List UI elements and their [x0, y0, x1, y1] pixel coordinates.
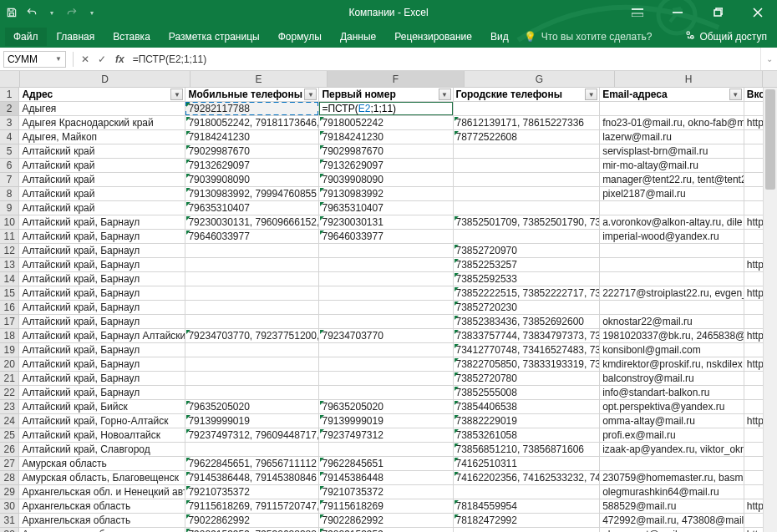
filter-button[interactable]: ▼: [170, 89, 183, 100]
cell[interactable]: [319, 258, 453, 272]
cell[interactable]: [600, 272, 744, 286]
row-header[interactable]: 2: [0, 102, 19, 116]
cell[interactable]: 73852501709, 73852501790, 7385: [454, 215, 601, 230]
row-header[interactable]: 20: [0, 357, 19, 372]
filter-button[interactable]: ▼: [439, 89, 451, 100]
cell[interactable]: profi.ex@mail.ru: [600, 428, 744, 443]
cell[interactable]: opt.perspektiva@yandex.ru: [600, 400, 744, 414]
cell[interactable]: Амурская область, Благовещенск: [19, 471, 185, 485]
cell[interactable]: imperial-wood@yandex.ru: [600, 230, 744, 244]
cell[interactable]: 79039908090: [185, 173, 319, 187]
fx-icon[interactable]: fx: [110, 53, 130, 65]
cell[interactable]: Алтайский край, Барнаул: [19, 272, 185, 286]
row-header[interactable]: 23: [0, 400, 19, 414]
cell[interactable]: [454, 230, 601, 244]
row-header[interactable]: 21: [0, 372, 19, 386]
cell[interactable]: 79009153959: [319, 528, 453, 532]
cell[interactable]: kmdirektor@proskif.ru, nskdilex: [600, 357, 744, 372]
row-header[interactable]: 1: [0, 88, 19, 102]
cell[interactable]: Архангельская область: [19, 528, 185, 532]
cell[interactable]: fno23-01@mail.ru, okno-fab@m: [600, 116, 744, 130]
cell[interactable]: Адыгея, Майкоп: [19, 130, 185, 144]
cell[interactable]: [319, 443, 453, 457]
row-header[interactable]: 19: [0, 343, 19, 357]
row-header[interactable]: 31: [0, 514, 19, 528]
cell[interactable]: [185, 272, 319, 286]
save-icon[interactable]: [5, 6, 18, 19]
tell-me[interactable]: 💡 Что вы хотите сделать?: [519, 28, 658, 46]
row-header[interactable]: 27: [0, 457, 19, 471]
cell[interactable]: [319, 301, 453, 315]
cell[interactable]: Алтайский край, Бийск: [19, 400, 185, 414]
cell[interactable]: 79210735372: [185, 485, 319, 499]
cell[interactable]: [319, 343, 453, 357]
cell[interactable]: [185, 315, 319, 329]
cell[interactable]: Адрес▼: [19, 88, 185, 102]
cell[interactable]: [185, 372, 319, 386]
undo-dropdown-icon[interactable]: ▾: [45, 6, 58, 19]
cell[interactable]: 79635310407: [185, 201, 319, 215]
cell[interactable]: Алтайский край: [19, 187, 185, 201]
cell[interactable]: 79646033977: [319, 230, 453, 244]
cell[interactable]: Алтайский край: [19, 173, 185, 187]
cell[interactable]: 78184559954: [454, 499, 601, 514]
cell[interactable]: 79635310407: [319, 201, 453, 215]
cell[interactable]: [454, 102, 601, 116]
cell[interactable]: 79029987670: [185, 144, 319, 159]
cell[interactable]: 79029987670: [319, 144, 453, 159]
cell[interactable]: 79115618269, 79115720747, 7911: [185, 499, 319, 514]
cell[interactable]: Алтайский край: [19, 159, 185, 173]
row-header[interactable]: 13: [0, 258, 19, 272]
cell[interactable]: 73852720780: [454, 372, 601, 386]
row-header[interactable]: 18: [0, 329, 19, 343]
cell[interactable]: Алтайский край, Барнаул: [19, 215, 185, 230]
formula-input[interactable]: [130, 51, 760, 68]
cell[interactable]: [319, 357, 453, 372]
accept-formula-button[interactable]: ✓: [94, 53, 110, 65]
cell[interactable]: Алтайский край, Славгород: [19, 443, 185, 457]
cell[interactable]: mir-mo-altay@mail.ru: [600, 159, 744, 173]
cell[interactable]: Алтайский край, Барнаул: [19, 230, 185, 244]
cell[interactable]: info@standart-balkon.ru: [600, 386, 744, 400]
cell[interactable]: 73882229019: [454, 414, 601, 428]
cell[interactable]: 73852592533: [454, 272, 601, 286]
cell[interactable]: Архангельская область: [19, 499, 185, 514]
row-header[interactable]: 3: [0, 116, 19, 130]
cell[interactable]: [600, 457, 744, 471]
cell[interactable]: 73854406538: [454, 400, 601, 414]
cell[interactable]: 73852720970: [454, 244, 601, 258]
name-box-dropdown-icon[interactable]: ▼: [55, 55, 62, 63]
cell[interactable]: manager@tent22.ru, tent@tent22.ru: [600, 173, 744, 187]
col-header-e[interactable]: E: [190, 71, 328, 87]
tab-home[interactable]: Главная: [48, 28, 104, 46]
cell[interactable]: 79237497312, 79609448717, 7983: [185, 428, 319, 443]
cell[interactable]: [454, 187, 601, 201]
cell[interactable]: 73833757744, 73834797373, 7383: [454, 329, 601, 343]
row-header[interactable]: 22: [0, 386, 19, 400]
tab-formulas[interactable]: Формулы: [270, 28, 330, 46]
name-box[interactable]: СУММ ▼: [3, 51, 66, 68]
cell[interactable]: [319, 272, 453, 286]
cell[interactable]: 73853261058: [454, 428, 601, 443]
cell[interactable]: 79646033977: [185, 230, 319, 244]
cell[interactable]: 588529@mail.ru: [600, 499, 744, 514]
row-header[interactable]: 4: [0, 130, 19, 144]
cell[interactable]: 222717@stroiplast22.ru, evgen_: [600, 286, 744, 301]
cell[interactable]: 230759@homemaster.ru, basmanov@h: [600, 471, 744, 485]
cell[interactable]: 79635205020: [185, 400, 319, 414]
cell[interactable]: Email-адреса▼: [600, 88, 744, 102]
filter-button[interactable]: ▼: [304, 89, 317, 100]
col-header-h[interactable]: H: [615, 71, 763, 87]
ribbon-options-icon[interactable]: [618, 0, 657, 25]
cell[interactable]: 73822705850, 73833193319, 7383: [454, 357, 601, 372]
cell[interactable]: [185, 343, 319, 357]
cell[interactable]: [454, 485, 601, 499]
cancel-formula-button[interactable]: ✕: [77, 53, 94, 65]
cell[interactable]: 79139999019: [185, 414, 319, 428]
cell[interactable]: [185, 258, 319, 272]
cell[interactable]: 79184241230: [185, 130, 319, 144]
cell[interactable]: 1981020337@bk.ru, 2465838@m: [600, 329, 744, 343]
cell[interactable]: 79230030131: [319, 215, 453, 230]
cell[interactable]: Алтайский край: [19, 201, 185, 215]
cell[interactable]: [454, 144, 601, 159]
